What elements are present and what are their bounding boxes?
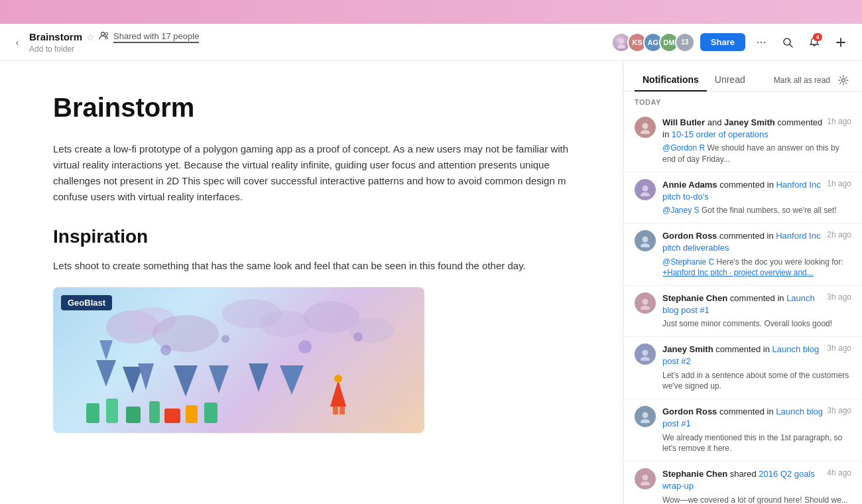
top-bar bbox=[0, 0, 862, 24]
document-title: Brainstorm bbox=[53, 93, 570, 123]
notif-text: Gordon Ross commented in Hanford Inc pit… bbox=[662, 230, 824, 254]
notifications-panel: Notifications Unread Mark all as read TO… bbox=[623, 61, 862, 504]
svg-point-48 bbox=[641, 357, 650, 361]
notif-body: Stephanie Chen shared 2016 Q2 goals wrap… bbox=[662, 468, 851, 504]
notifications-bell-button[interactable]: 4 bbox=[804, 32, 825, 53]
svg-rect-28 bbox=[106, 399, 118, 423]
svg-point-40 bbox=[641, 130, 650, 134]
notifications-tabs-row: Notifications Unread Mark all as read bbox=[635, 69, 851, 91]
notif-row: Will Butler and Janey Smith commented in… bbox=[662, 117, 851, 143]
notif-time: 1h ago bbox=[827, 117, 851, 126]
mark-all-read-button[interactable]: Mark all as read bbox=[774, 76, 830, 85]
notif-row: Janey Smith commented in Launch blog pos… bbox=[662, 344, 851, 369]
notifications-tabs: Notifications Unread bbox=[635, 69, 753, 91]
svg-point-2 bbox=[619, 38, 624, 44]
notification-item[interactable]: Stephanie Chen shared 2016 Q2 goals wrap… bbox=[624, 462, 862, 504]
notif-time: 2h ago bbox=[827, 230, 851, 239]
notifications-settings-icon[interactable] bbox=[835, 72, 851, 88]
bell-badge: 4 bbox=[813, 33, 822, 41]
notif-preview: @Stephanie C Here's the doc you were loo… bbox=[662, 257, 851, 279]
share-button[interactable]: Share bbox=[700, 33, 745, 51]
notif-body: Annie Adams commented in Hanford Inc pit… bbox=[662, 179, 851, 216]
document-content: Brainstorm Lets create a low-fi prototyp… bbox=[0, 61, 623, 504]
notifications-header: Notifications Unread Mark all as read bbox=[624, 61, 862, 92]
svg-marker-20 bbox=[209, 365, 229, 393]
notif-body: Will Butler and Janey Smith commented in… bbox=[662, 117, 851, 165]
svg-point-0 bbox=[101, 32, 105, 36]
svg-point-47 bbox=[643, 350, 648, 356]
notification-item[interactable]: Will Butler and Janey Smith commented in… bbox=[624, 110, 862, 172]
svg-marker-17 bbox=[123, 367, 143, 393]
document-section-title: Inspiration bbox=[53, 226, 570, 247]
notif-time: 3h ago bbox=[827, 344, 851, 353]
notif-preview: Let's add in a sentence about some of th… bbox=[662, 370, 851, 393]
notif-avatar bbox=[635, 406, 656, 427]
svg-marker-16 bbox=[99, 340, 113, 360]
svg-point-38 bbox=[842, 78, 845, 82]
plus-button[interactable] bbox=[830, 32, 851, 53]
notif-time: 3h ago bbox=[827, 406, 851, 415]
svg-point-34 bbox=[160, 345, 171, 355]
svg-marker-23 bbox=[330, 380, 346, 407]
notif-preview: Wow—we covered a lot of ground here! Sho… bbox=[662, 495, 851, 504]
svg-point-44 bbox=[641, 243, 650, 247]
shared-section[interactable]: Shared with 17 people bbox=[99, 31, 199, 43]
header-left: ‹ Brainstorm ☆ Shared with 17 people bbox=[11, 31, 611, 54]
svg-rect-31 bbox=[164, 409, 180, 423]
notif-time: 1h ago bbox=[827, 179, 851, 188]
notification-item[interactable]: Janey Smith commented in Launch blog pos… bbox=[624, 337, 862, 399]
svg-point-3 bbox=[617, 44, 625, 48]
notif-avatar bbox=[635, 179, 656, 200]
notif-row: Gordon Ross commented in Launch blog pos… bbox=[662, 406, 851, 432]
document-image: GeoBIast bbox=[53, 287, 424, 433]
notification-item[interactable]: Gordon Ross commented in Launch blog pos… bbox=[624, 399, 862, 462]
svg-point-42 bbox=[641, 192, 650, 196]
notif-text: Janey Smith commented in Launch blog pos… bbox=[662, 344, 824, 367]
svg-rect-29 bbox=[126, 407, 141, 423]
notif-row: Annie Adams commented in Hanford Inc pit… bbox=[662, 179, 851, 205]
svg-point-12 bbox=[260, 310, 310, 337]
notif-row: Gordon Ross commented in Hanford Inc pit… bbox=[662, 230, 851, 256]
svg-point-26 bbox=[334, 375, 342, 383]
svg-rect-33 bbox=[204, 403, 217, 423]
notification-item[interactable]: Gordon Ross commented in Hanford Inc pit… bbox=[624, 223, 862, 286]
svg-point-41 bbox=[643, 185, 648, 191]
shared-people-icon bbox=[99, 31, 109, 43]
notif-time: 3h ago bbox=[827, 292, 851, 302]
avatar-count[interactable]: 13 bbox=[675, 32, 695, 52]
notif-body: Gordon Ross commented in Hanford Inc pit… bbox=[662, 230, 851, 279]
notification-item[interactable]: Annie Adams commented in Hanford Inc pit… bbox=[624, 172, 862, 223]
notifications-today-label: TODAY bbox=[624, 92, 862, 110]
tab-notifications[interactable]: Notifications bbox=[635, 69, 707, 92]
svg-point-50 bbox=[641, 419, 650, 423]
tab-unread[interactable]: Unread bbox=[707, 69, 753, 92]
notif-preview: @Gordon R We should have an answer on th… bbox=[662, 143, 851, 165]
notif-text: Gordon Ross commented in Launch blog pos… bbox=[662, 406, 824, 430]
search-button[interactable] bbox=[777, 32, 798, 53]
add-to-folder[interactable]: Add to folder bbox=[29, 44, 199, 54]
star-icon[interactable]: ☆ bbox=[86, 32, 95, 42]
svg-point-46 bbox=[641, 306, 650, 310]
svg-marker-19 bbox=[174, 365, 198, 397]
back-button[interactable]: ‹ bbox=[11, 36, 24, 49]
notif-text: Will Butler and Janey Smith commented in… bbox=[662, 117, 824, 141]
notif-body: Gordon Ross commented in Launch blog pos… bbox=[662, 406, 851, 454]
notif-text: Annie Adams commented in Hanford Inc pit… bbox=[662, 179, 824, 203]
header-right: KS AG DM 13 Share ··· 4 bbox=[611, 32, 851, 53]
svg-point-51 bbox=[643, 475, 648, 481]
notif-time: 4h ago bbox=[827, 468, 851, 477]
notif-preview: We already mentioned this in the 1st par… bbox=[662, 432, 851, 455]
notif-avatar bbox=[635, 292, 656, 314]
svg-point-37 bbox=[353, 332, 363, 342]
notif-preview: @Janey S Got the final numbers, so we're… bbox=[662, 205, 851, 216]
more-button[interactable]: ··· bbox=[751, 32, 772, 53]
notification-item[interactable]: Stephanie Chen commented in Launch blog … bbox=[624, 286, 862, 337]
svg-point-1 bbox=[105, 32, 108, 35]
main-area: Brainstorm Lets create a low-fi prototyp… bbox=[0, 61, 862, 504]
notif-body: Stephanie Chen commented in Launch blog … bbox=[662, 292, 851, 330]
notif-text: Stephanie Chen commented in Launch blog … bbox=[662, 292, 824, 316]
notif-avatar bbox=[635, 117, 656, 138]
geoblast-badge: GeoBIast bbox=[61, 295, 112, 310]
document-body: Lets create a low-fi prototype of a poly… bbox=[53, 141, 570, 205]
shared-text[interactable]: Shared with 17 people bbox=[113, 31, 199, 43]
